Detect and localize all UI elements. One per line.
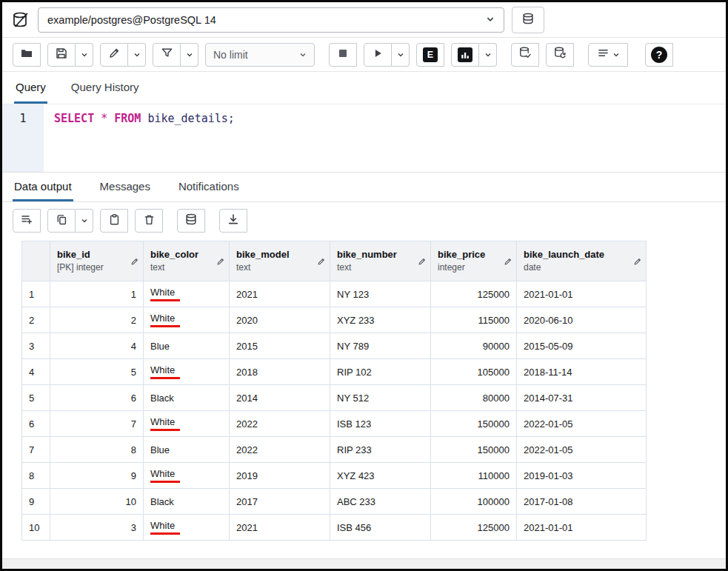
- row-number-cell[interactable]: 3: [22, 333, 50, 359]
- cell-bike_number[interactable]: ABC 233: [330, 489, 431, 515]
- cell-bike_launch_date[interactable]: 2014-07-31: [517, 385, 647, 411]
- tab-query[interactable]: Query: [14, 72, 47, 104]
- cell-bike_id[interactable]: 8: [50, 437, 144, 463]
- row-number-cell[interactable]: 7: [22, 437, 50, 463]
- cell-bike_number[interactable]: NY 123: [330, 281, 431, 307]
- paste-button[interactable]: [100, 209, 128, 233]
- cell-bike_launch_date[interactable]: 2019-01-03: [517, 463, 647, 489]
- save-button[interactable]: [47, 43, 76, 67]
- cell-bike_price[interactable]: 100000: [431, 489, 517, 515]
- connection-selector[interactable]: example/postgres@PostgreSQL 14: [38, 7, 504, 33]
- cell-bike_model[interactable]: 2020: [230, 307, 330, 333]
- explain-analyze-dropdown-button[interactable]: [479, 43, 497, 67]
- commit-button[interactable]: [511, 43, 539, 67]
- cell-bike_launch_date[interactable]: 2022-01-05: [517, 437, 647, 463]
- cell-bike_price[interactable]: 110000: [431, 463, 517, 489]
- cell-bike_price[interactable]: 125000: [431, 515, 517, 541]
- filter-dropdown-button[interactable]: [181, 43, 198, 67]
- delete-row-button[interactable]: [135, 209, 163, 233]
- cell-bike_color[interactable]: Black: [144, 489, 230, 515]
- cell-bike_id[interactable]: 1: [50, 281, 144, 307]
- column-header-bike_number[interactable]: bike_numbertext: [330, 241, 431, 281]
- cell-bike_id[interactable]: 7: [50, 411, 144, 437]
- cell-bike_id[interactable]: 4: [50, 333, 144, 359]
- filter-button[interactable]: [153, 43, 181, 67]
- save-data-button[interactable]: [177, 209, 205, 233]
- row-number-cell[interactable]: 10: [22, 515, 50, 541]
- copy-dropdown-button[interactable]: [76, 209, 93, 233]
- cell-bike_id[interactable]: 5: [50, 359, 144, 385]
- cell-bike_launch_date[interactable]: 2022-01-05: [517, 411, 647, 437]
- row-number-cell[interactable]: 2: [22, 307, 50, 333]
- cell-bike_model[interactable]: 2018: [230, 359, 330, 385]
- cell-bike_price[interactable]: 105000: [431, 359, 517, 385]
- tab-query-history[interactable]: Query History: [70, 72, 141, 104]
- cell-bike_launch_date[interactable]: 2021-01-01: [517, 515, 647, 541]
- cell-bike_launch_date[interactable]: 2015-05-09: [517, 333, 647, 359]
- stop-button[interactable]: [329, 43, 357, 67]
- cell-bike_number[interactable]: XYZ 423: [330, 463, 431, 489]
- cell-bike_model[interactable]: 2022: [230, 437, 330, 463]
- cell-bike_launch_date[interactable]: 2018-11-14: [517, 359, 647, 385]
- cell-bike_price[interactable]: 115000: [431, 307, 517, 333]
- cell-bike_price[interactable]: 90000: [431, 333, 517, 359]
- cell-bike_model[interactable]: 2015: [230, 333, 330, 359]
- cell-bike_number[interactable]: RIP 102: [330, 359, 431, 385]
- column-header-bike_launch_date[interactable]: bike_launch_datedate: [517, 241, 647, 281]
- row-number-cell[interactable]: 1: [22, 281, 50, 307]
- save-dropdown-button[interactable]: [76, 43, 93, 67]
- cell-bike_id[interactable]: 2: [50, 307, 144, 333]
- row-number-cell[interactable]: 8: [22, 463, 50, 489]
- help-button[interactable]: ?: [645, 43, 673, 67]
- tab-notifications[interactable]: Notifications: [177, 173, 241, 201]
- tab-messages[interactable]: Messages: [98, 173, 152, 201]
- cell-bike_number[interactable]: RIP 233: [330, 437, 431, 463]
- cell-bike_color[interactable]: White: [144, 515, 230, 541]
- cell-bike_price[interactable]: 150000: [431, 411, 517, 437]
- rollback-button[interactable]: [546, 43, 574, 67]
- cell-bike_color[interactable]: White: [144, 307, 230, 333]
- cell-bike_number[interactable]: NY 789: [330, 333, 431, 359]
- cell-bike_id[interactable]: 6: [50, 385, 144, 411]
- edit-dropdown-button[interactable]: [128, 43, 146, 67]
- column-header-bike_model[interactable]: bike_modeltext: [230, 241, 330, 281]
- cell-bike_number[interactable]: ISB 123: [330, 411, 431, 437]
- cell-bike_model[interactable]: 2021: [230, 281, 330, 307]
- cell-bike_number[interactable]: XYZ 233: [330, 307, 431, 333]
- cell-bike_price[interactable]: 150000: [431, 437, 517, 463]
- row-number-cell[interactable]: 9: [22, 489, 50, 515]
- cell-bike_color[interactable]: White: [144, 411, 230, 437]
- row-limit-select[interactable]: No limit: [205, 43, 315, 67]
- download-button[interactable]: [219, 209, 247, 233]
- cell-bike_model[interactable]: 2017: [230, 489, 330, 515]
- execute-button[interactable]: [364, 43, 392, 67]
- sql-code-line[interactable]: SELECT * FROM bike_details;: [44, 104, 235, 172]
- cell-bike_model[interactable]: 2019: [230, 463, 330, 489]
- cell-bike_color[interactable]: Black: [144, 385, 230, 411]
- cell-bike_model[interactable]: 2021: [230, 515, 330, 541]
- cell-bike_number[interactable]: ISB 456: [330, 515, 431, 541]
- column-header-bike_color[interactable]: bike_colortext: [144, 241, 230, 281]
- cell-bike_price[interactable]: 80000: [431, 385, 517, 411]
- cell-bike_launch_date[interactable]: 2020-06-10: [517, 307, 647, 333]
- copy-button[interactable]: [47, 209, 76, 233]
- cell-bike_id[interactable]: 3: [50, 515, 144, 541]
- row-number-cell[interactable]: 6: [22, 411, 50, 437]
- sql-editor[interactable]: 1 SELECT * FROM bike_details;: [2, 104, 726, 173]
- row-number-cell[interactable]: 4: [22, 359, 50, 385]
- tab-data-output[interactable]: Data output: [13, 173, 73, 201]
- execute-dropdown-button[interactable]: [392, 43, 410, 67]
- macros-button[interactable]: [588, 43, 628, 67]
- cell-bike_price[interactable]: 125000: [431, 281, 517, 307]
- cell-bike_id[interactable]: 9: [50, 463, 144, 489]
- cell-bike_color[interactable]: White: [144, 359, 230, 385]
- column-header-bike_id[interactable]: bike_id[PK] integer: [50, 241, 144, 281]
- cell-bike_id[interactable]: 10: [50, 489, 144, 515]
- cell-bike_number[interactable]: NY 512: [330, 385, 431, 411]
- edit-button[interactable]: [100, 43, 128, 67]
- cell-bike_color[interactable]: White: [144, 463, 230, 489]
- new-connection-button[interactable]: [512, 7, 544, 33]
- cell-bike_color[interactable]: White: [144, 281, 230, 307]
- cell-bike_color[interactable]: Blue: [144, 437, 230, 463]
- cell-bike_launch_date[interactable]: 2021-01-01: [517, 281, 647, 307]
